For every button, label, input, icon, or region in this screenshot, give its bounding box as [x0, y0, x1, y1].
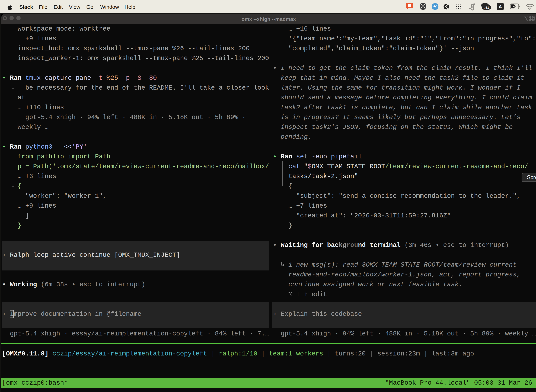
svg-text:..61: ..61 [484, 6, 489, 9]
svg-text:A: A [499, 4, 502, 9]
